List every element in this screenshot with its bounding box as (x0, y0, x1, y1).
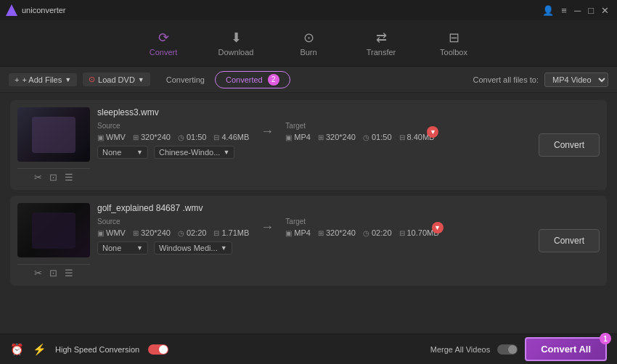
speed-toggle[interactable] (148, 344, 168, 355)
nav-item-convert[interactable]: ⟳ Convert (142, 30, 185, 57)
sub-controls-1: None ▼ Chinese-Windo... ▼ (97, 146, 531, 159)
file-thumbnail-2 (17, 203, 90, 257)
target-block-2: Target ▣ MP4 ⊞ 320*240 ◷ 02:20 (285, 218, 438, 237)
main-content: ✂ ⊡ ☰ sleepless3.wmv Source ▣ WMV ⊞ (0, 93, 617, 334)
target-film-icon-2: ▣ (285, 229, 292, 237)
add-files-button[interactable]: + + Add Files ▼ (9, 73, 77, 86)
subtitle-chevron-2: ▼ (136, 244, 143, 252)
burn-nav-icon: ⊙ (303, 30, 314, 46)
tab-converted-label: Converted (226, 75, 263, 83)
toolbar: + + Add Files ▼ ⊙ Load DVD ▼ Converting … (0, 67, 617, 93)
target-details-1: ▣ MP4 ⊞ 320*240 ◷ 01:50 ⊟ (285, 133, 434, 141)
silhouette-1 (32, 117, 75, 153)
nav-transfer-label: Transfer (367, 48, 396, 57)
tab-converting[interactable]: Converting (156, 71, 215, 88)
scissors-icon-2[interactable]: ✂ (34, 268, 42, 278)
nav-item-burn[interactable]: ⊙ Burn (287, 30, 330, 57)
minimize-icon[interactable]: ─ (572, 5, 583, 16)
title-bar-left: uniconverter (6, 4, 66, 16)
thumb-overlay-1 (17, 107, 90, 162)
nav-item-transfer[interactable]: ⇄ Transfer (359, 30, 403, 57)
convert-all-label: Convert All (541, 344, 591, 355)
crop-icon-1[interactable]: ⊡ (49, 172, 57, 183)
tab-converted-badge: 2 (268, 74, 279, 86)
crop-icon-2[interactable]: ⊡ (49, 268, 57, 278)
source-format-2: ▣ WMV (97, 228, 126, 237)
close-icon[interactable]: ✕ (599, 5, 611, 16)
subtitle-chevron-1: ▼ (136, 149, 143, 156)
maximize-icon[interactable]: □ (586, 5, 596, 16)
bottom-bar: ⏰ ⚡ High Speed Conversion Merge All Vide… (0, 334, 617, 364)
file-detail-row-2: Source ▣ WMV ⊞ 320*240 ◷ 02:20 (97, 218, 531, 237)
nav-item-download[interactable]: ⬇ Download (214, 30, 258, 57)
audio-dropdown-1[interactable]: Chinese-Windo... ▼ (154, 146, 234, 159)
thumb-overlay-2 (17, 203, 90, 257)
app-name: uniconverter (22, 6, 66, 15)
transfer-nav-icon: ⇄ (376, 30, 387, 46)
target-dropdown-btn-2[interactable]: ▼ (432, 222, 444, 233)
target-folder-icon-2: ⊟ (399, 229, 405, 237)
source-details-2: ▣ WMV ⊞ 320*240 ◷ 02:20 ⊟ (97, 228, 249, 237)
target-block-1: Target ▣ MP4 ⊞ 320*240 ◷ 01:50 (285, 122, 434, 141)
title-bar: uniconverter 👤 ≡ ─ □ ✕ (0, 0, 617, 20)
res-icon-1: ⊞ (133, 133, 139, 141)
folder-icon-2: ⊟ (213, 229, 219, 237)
target-res-icon-1: ⊞ (318, 133, 324, 141)
source-duration-1: ◷ 01:50 (178, 133, 207, 141)
file-info-1: sleepless3.wmv Source ▣ WMV ⊞ 320*240 (97, 107, 531, 183)
subtitle-dropdown-2[interactable]: None ▼ (97, 241, 148, 255)
source-block-1: Source ▣ WMV ⊞ 320*240 ◷ 01:50 (97, 122, 249, 141)
convert-all-badge: 1 (600, 333, 611, 344)
nav-toolbox-label: Toolbox (440, 48, 467, 57)
target-res-2: ⊞ 320*240 (318, 228, 356, 237)
audio-chevron-2: ▼ (221, 244, 227, 252)
convert-button-2[interactable]: Convert (539, 229, 600, 252)
add-files-chevron: ▼ (65, 76, 71, 83)
target-res-1: ⊞ 320*240 (318, 133, 356, 141)
format-dropdown[interactable]: MP4 Video (544, 73, 608, 87)
res-icon-2: ⊞ (133, 229, 139, 237)
file-name-2: golf_explained 84687 .wmv (97, 203, 531, 213)
user-icon[interactable]: 👤 (540, 5, 556, 16)
tab-converted[interactable]: Converted 2 (215, 71, 290, 88)
sub-controls-2: None ▼ Windows Medi... ▼ (97, 241, 531, 255)
audio-chevron-1: ▼ (223, 149, 229, 156)
clock-icon-2: ◷ (178, 229, 184, 237)
settings-icon-2[interactable]: ☰ (65, 268, 73, 278)
alarm-icon[interactable]: ⏰ (10, 343, 24, 356)
file-detail-row-1: Source ▣ WMV ⊞ 320*240 ◷ 01:50 (97, 122, 531, 141)
load-dvd-label: Load DVD (98, 75, 135, 84)
target-duration-1: ◷ 01:50 (363, 133, 392, 141)
target-dropdown-btn-1[interactable]: ▼ (427, 126, 438, 138)
settings-icon-1[interactable]: ☰ (65, 172, 73, 183)
app-logo (6, 4, 17, 16)
tab-converting-label: Converting (166, 75, 205, 84)
silhouette-2 (32, 212, 75, 249)
file-thumb-wrap-2: ✂ ⊡ ☰ (17, 203, 90, 278)
film-icon-2: ▣ (97, 229, 104, 237)
title-bar-controls: 👤 ≡ ─ □ ✕ (540, 5, 611, 16)
bottom-right: Merge All Videos Convert All 1 (430, 337, 607, 361)
convert-button-1[interactable]: Convert (539, 133, 600, 157)
add-files-icon: + (15, 75, 19, 84)
arrow-icon-1: → (261, 124, 274, 139)
film-icon-1: ▣ (97, 133, 104, 141)
source-res-1: ⊞ 320*240 (133, 133, 171, 141)
nav-item-toolbox[interactable]: ⊟ Toolbox (432, 30, 475, 57)
subtitle-dropdown-1[interactable]: None ▼ (97, 146, 148, 159)
target-clock-icon-1: ◷ (363, 133, 369, 141)
source-duration-2: ◷ 02:20 (178, 228, 207, 237)
tab-group: Converting Converted 2 (156, 71, 290, 88)
file-item-2: ✂ ⊡ ☰ golf_explained 84687 .wmv Source ▣… (10, 196, 607, 286)
menu-icon[interactable]: ≡ (559, 5, 569, 16)
load-dvd-button[interactable]: ⊙ Load DVD ▼ (83, 73, 150, 86)
target-format-2: ▣ MP4 (285, 228, 311, 237)
merge-toggle[interactable] (497, 344, 518, 355)
bottom-left: ⏰ ⚡ High Speed Conversion (10, 343, 168, 356)
target-label-1: Target (285, 122, 434, 130)
convert-all-button[interactable]: Convert All 1 (525, 337, 607, 361)
audio-dropdown-2[interactable]: Windows Medi... ▼ (154, 241, 232, 255)
toolbox-nav-icon: ⊟ (449, 30, 459, 46)
nav-bar: ⟳ Convert ⬇ Download ⊙ Burn ⇄ Transfer ⊟… (0, 20, 617, 67)
scissors-icon-1[interactable]: ✂ (34, 172, 42, 183)
